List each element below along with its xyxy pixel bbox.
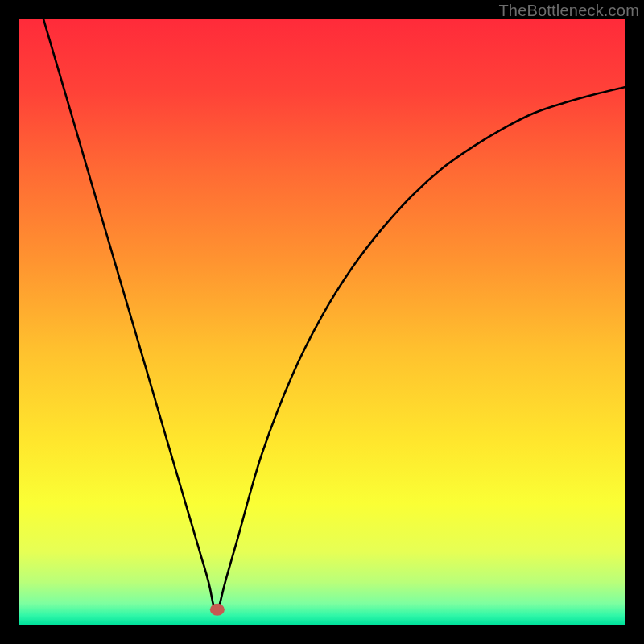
chart-frame: [19, 19, 625, 625]
optimal-point-marker: [210, 604, 225, 616]
watermark-text: TheBottleneck.com: [498, 2, 639, 20]
chart-svg: [19, 19, 625, 625]
gradient-background: [19, 19, 625, 625]
